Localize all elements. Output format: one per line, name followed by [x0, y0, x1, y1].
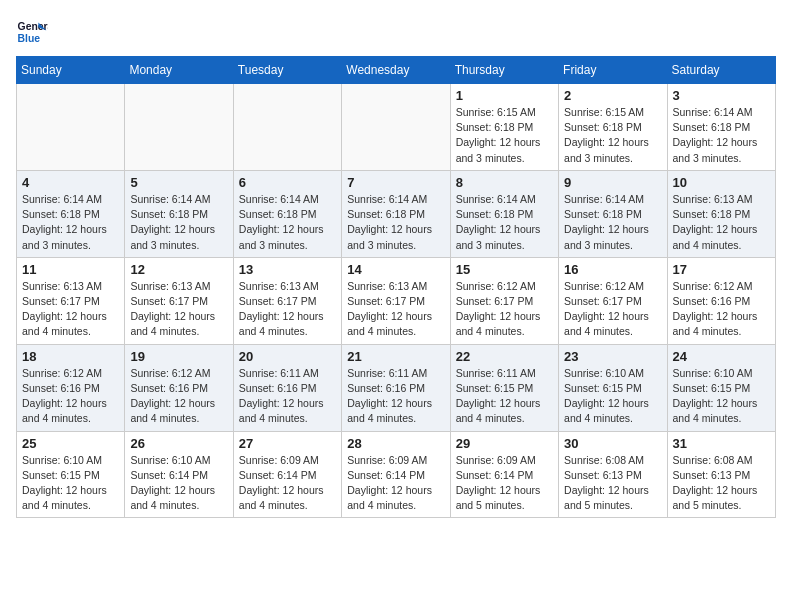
calendar-cell: 23Sunrise: 6:10 AMSunset: 6:15 PMDayligh…: [559, 344, 667, 431]
calendar-cell: 9Sunrise: 6:14 AMSunset: 6:18 PMDaylight…: [559, 170, 667, 257]
day-number: 16: [564, 262, 661, 277]
day-number: 8: [456, 175, 553, 190]
calendar-cell: 12Sunrise: 6:13 AMSunset: 6:17 PMDayligh…: [125, 257, 233, 344]
day-info: Sunrise: 6:12 AMSunset: 6:17 PMDaylight:…: [564, 279, 661, 340]
calendar-cell: 20Sunrise: 6:11 AMSunset: 6:16 PMDayligh…: [233, 344, 341, 431]
calendar-cell: 28Sunrise: 6:09 AMSunset: 6:14 PMDayligh…: [342, 431, 450, 518]
calendar-cell: 29Sunrise: 6:09 AMSunset: 6:14 PMDayligh…: [450, 431, 558, 518]
calendar-table: SundayMondayTuesdayWednesdayThursdayFrid…: [16, 56, 776, 518]
day-number: 17: [673, 262, 770, 277]
day-info: Sunrise: 6:14 AMSunset: 6:18 PMDaylight:…: [130, 192, 227, 253]
logo: General Blue: [16, 16, 48, 48]
day-info: Sunrise: 6:08 AMSunset: 6:13 PMDaylight:…: [564, 453, 661, 514]
day-info: Sunrise: 6:15 AMSunset: 6:18 PMDaylight:…: [456, 105, 553, 166]
day-info: Sunrise: 6:12 AMSunset: 6:16 PMDaylight:…: [130, 366, 227, 427]
day-info: Sunrise: 6:10 AMSunset: 6:15 PMDaylight:…: [22, 453, 119, 514]
day-info: Sunrise: 6:12 AMSunset: 6:17 PMDaylight:…: [456, 279, 553, 340]
calendar-cell: [342, 84, 450, 171]
calendar-cell: 14Sunrise: 6:13 AMSunset: 6:17 PMDayligh…: [342, 257, 450, 344]
calendar-week-row: 11Sunrise: 6:13 AMSunset: 6:17 PMDayligh…: [17, 257, 776, 344]
day-number: 13: [239, 262, 336, 277]
calendar-cell: 15Sunrise: 6:12 AMSunset: 6:17 PMDayligh…: [450, 257, 558, 344]
day-number: 10: [673, 175, 770, 190]
day-number: 4: [22, 175, 119, 190]
calendar-cell: 5Sunrise: 6:14 AMSunset: 6:18 PMDaylight…: [125, 170, 233, 257]
day-info: Sunrise: 6:14 AMSunset: 6:18 PMDaylight:…: [239, 192, 336, 253]
day-info: Sunrise: 6:13 AMSunset: 6:17 PMDaylight:…: [239, 279, 336, 340]
calendar-cell: [17, 84, 125, 171]
day-number: 19: [130, 349, 227, 364]
day-info: Sunrise: 6:13 AMSunset: 6:17 PMDaylight:…: [22, 279, 119, 340]
day-number: 22: [456, 349, 553, 364]
calendar-cell: 6Sunrise: 6:14 AMSunset: 6:18 PMDaylight…: [233, 170, 341, 257]
day-number: 5: [130, 175, 227, 190]
day-number: 24: [673, 349, 770, 364]
calendar-cell: 11Sunrise: 6:13 AMSunset: 6:17 PMDayligh…: [17, 257, 125, 344]
calendar-week-row: 25Sunrise: 6:10 AMSunset: 6:15 PMDayligh…: [17, 431, 776, 518]
calendar-cell: 25Sunrise: 6:10 AMSunset: 6:15 PMDayligh…: [17, 431, 125, 518]
column-header-wednesday: Wednesday: [342, 57, 450, 84]
calendar-week-row: 4Sunrise: 6:14 AMSunset: 6:18 PMDaylight…: [17, 170, 776, 257]
day-number: 15: [456, 262, 553, 277]
calendar-cell: [125, 84, 233, 171]
svg-text:Blue: Blue: [18, 33, 41, 44]
calendar-cell: 17Sunrise: 6:12 AMSunset: 6:16 PMDayligh…: [667, 257, 775, 344]
day-number: 26: [130, 436, 227, 451]
calendar-cell: 31Sunrise: 6:08 AMSunset: 6:13 PMDayligh…: [667, 431, 775, 518]
calendar-cell: 22Sunrise: 6:11 AMSunset: 6:15 PMDayligh…: [450, 344, 558, 431]
calendar-cell: 7Sunrise: 6:14 AMSunset: 6:18 PMDaylight…: [342, 170, 450, 257]
day-number: 29: [456, 436, 553, 451]
day-info: Sunrise: 6:14 AMSunset: 6:18 PMDaylight:…: [456, 192, 553, 253]
day-info: Sunrise: 6:13 AMSunset: 6:17 PMDaylight:…: [130, 279, 227, 340]
calendar-cell: 24Sunrise: 6:10 AMSunset: 6:15 PMDayligh…: [667, 344, 775, 431]
calendar-cell: 16Sunrise: 6:12 AMSunset: 6:17 PMDayligh…: [559, 257, 667, 344]
day-number: 23: [564, 349, 661, 364]
day-info: Sunrise: 6:10 AMSunset: 6:14 PMDaylight:…: [130, 453, 227, 514]
day-number: 28: [347, 436, 444, 451]
calendar-cell: 4Sunrise: 6:14 AMSunset: 6:18 PMDaylight…: [17, 170, 125, 257]
day-number: 27: [239, 436, 336, 451]
calendar-cell: 1Sunrise: 6:15 AMSunset: 6:18 PMDaylight…: [450, 84, 558, 171]
day-info: Sunrise: 6:14 AMSunset: 6:18 PMDaylight:…: [564, 192, 661, 253]
day-info: Sunrise: 6:12 AMSunset: 6:16 PMDaylight:…: [673, 279, 770, 340]
day-number: 11: [22, 262, 119, 277]
day-info: Sunrise: 6:12 AMSunset: 6:16 PMDaylight:…: [22, 366, 119, 427]
day-info: Sunrise: 6:15 AMSunset: 6:18 PMDaylight:…: [564, 105, 661, 166]
calendar-cell: 21Sunrise: 6:11 AMSunset: 6:16 PMDayligh…: [342, 344, 450, 431]
day-info: Sunrise: 6:13 AMSunset: 6:18 PMDaylight:…: [673, 192, 770, 253]
day-number: 21: [347, 349, 444, 364]
day-info: Sunrise: 6:13 AMSunset: 6:17 PMDaylight:…: [347, 279, 444, 340]
calendar-cell: 26Sunrise: 6:10 AMSunset: 6:14 PMDayligh…: [125, 431, 233, 518]
svg-text:General: General: [18, 21, 48, 32]
calendar-week-row: 18Sunrise: 6:12 AMSunset: 6:16 PMDayligh…: [17, 344, 776, 431]
day-number: 20: [239, 349, 336, 364]
calendar-cell: 10Sunrise: 6:13 AMSunset: 6:18 PMDayligh…: [667, 170, 775, 257]
day-number: 1: [456, 88, 553, 103]
day-info: Sunrise: 6:14 AMSunset: 6:18 PMDaylight:…: [347, 192, 444, 253]
day-info: Sunrise: 6:11 AMSunset: 6:16 PMDaylight:…: [239, 366, 336, 427]
calendar-cell: 27Sunrise: 6:09 AMSunset: 6:14 PMDayligh…: [233, 431, 341, 518]
day-number: 9: [564, 175, 661, 190]
day-info: Sunrise: 6:10 AMSunset: 6:15 PMDaylight:…: [564, 366, 661, 427]
column-header-thursday: Thursday: [450, 57, 558, 84]
calendar-week-row: 1Sunrise: 6:15 AMSunset: 6:18 PMDaylight…: [17, 84, 776, 171]
day-number: 7: [347, 175, 444, 190]
day-number: 6: [239, 175, 336, 190]
column-header-friday: Friday: [559, 57, 667, 84]
day-info: Sunrise: 6:09 AMSunset: 6:14 PMDaylight:…: [456, 453, 553, 514]
day-info: Sunrise: 6:11 AMSunset: 6:15 PMDaylight:…: [456, 366, 553, 427]
day-info: Sunrise: 6:11 AMSunset: 6:16 PMDaylight:…: [347, 366, 444, 427]
logo-icon: General Blue: [16, 16, 48, 48]
day-number: 18: [22, 349, 119, 364]
page-header: General Blue: [16, 16, 776, 48]
calendar-cell: 8Sunrise: 6:14 AMSunset: 6:18 PMDaylight…: [450, 170, 558, 257]
calendar-cell: 19Sunrise: 6:12 AMSunset: 6:16 PMDayligh…: [125, 344, 233, 431]
column-header-sunday: Sunday: [17, 57, 125, 84]
calendar-cell: 13Sunrise: 6:13 AMSunset: 6:17 PMDayligh…: [233, 257, 341, 344]
day-info: Sunrise: 6:08 AMSunset: 6:13 PMDaylight:…: [673, 453, 770, 514]
day-number: 31: [673, 436, 770, 451]
day-info: Sunrise: 6:14 AMSunset: 6:18 PMDaylight:…: [22, 192, 119, 253]
calendar-cell: 18Sunrise: 6:12 AMSunset: 6:16 PMDayligh…: [17, 344, 125, 431]
column-header-tuesday: Tuesday: [233, 57, 341, 84]
day-number: 2: [564, 88, 661, 103]
